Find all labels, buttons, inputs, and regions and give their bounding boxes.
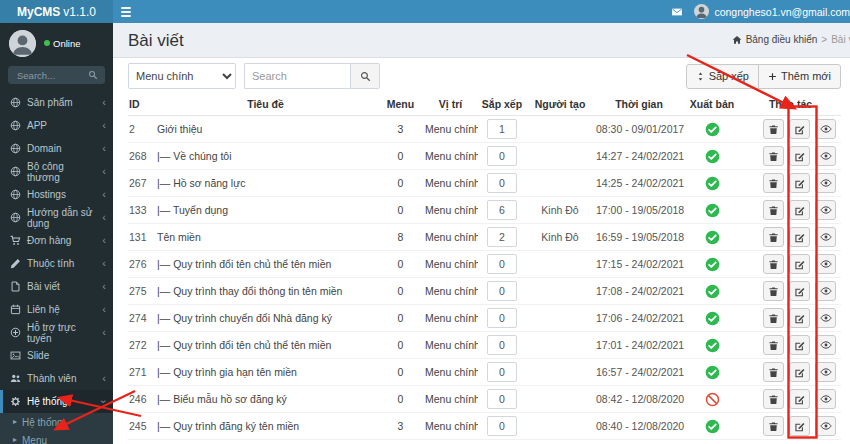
published-check-icon[interactable] bbox=[705, 311, 720, 326]
published-check-icon[interactable] bbox=[705, 122, 720, 137]
edit-button[interactable] bbox=[789, 335, 810, 355]
published-check-icon[interactable] bbox=[705, 149, 720, 164]
view-button[interactable] bbox=[815, 308, 836, 328]
table-row: 267|— Hồ sơ năng lực0Menu chính14:25 - 2… bbox=[128, 170, 841, 197]
delete-button[interactable] bbox=[763, 146, 784, 166]
order-input[interactable] bbox=[487, 227, 517, 247]
order-input[interactable] bbox=[487, 146, 517, 166]
messages-button[interactable] bbox=[671, 6, 683, 18]
sidebar-item-slide[interactable]: Slide bbox=[0, 344, 113, 367]
view-button[interactable] bbox=[815, 173, 836, 193]
sidebar-item-hostings[interactable]: Hostings‹ bbox=[0, 183, 113, 206]
edit-button[interactable] bbox=[789, 254, 810, 274]
sidebar-search-input[interactable] bbox=[15, 69, 88, 82]
order-input[interactable] bbox=[487, 362, 517, 382]
chevron-left-icon: ‹ bbox=[102, 327, 106, 338]
delete-button[interactable] bbox=[763, 254, 784, 274]
sidebar-item-thanh-vien[interactable]: Thành viên‹ bbox=[0, 367, 113, 390]
breadcrumb-home-link[interactable]: Bảng điều khiển bbox=[746, 34, 818, 45]
view-button[interactable] bbox=[815, 146, 836, 166]
delete-button[interactable] bbox=[763, 416, 784, 436]
articles-table-wrap: IDTiêu đềMenuVị tríSắp xếpNgười tạoThời … bbox=[113, 94, 850, 440]
delete-button[interactable] bbox=[763, 200, 784, 220]
sidebar-item-thuoc-tinh[interactable]: Thuộc tính‹ bbox=[0, 252, 113, 275]
search-button[interactable] bbox=[350, 63, 380, 89]
sidebar-item-bai-viet[interactable]: Bài viết‹ bbox=[0, 275, 113, 298]
trash-icon bbox=[768, 394, 779, 405]
sidebar-item-san-pham[interactable]: Sản phẩm‹ bbox=[0, 91, 113, 114]
order-input[interactable] bbox=[487, 335, 517, 355]
edit-button[interactable] bbox=[789, 227, 810, 247]
title-cell: |— Quy trình đổi tên chủ thể tên miền bbox=[153, 332, 378, 359]
order-input[interactable] bbox=[487, 173, 517, 193]
sidebar-item-label: Hệ thống bbox=[27, 396, 68, 407]
edit-button[interactable] bbox=[789, 173, 810, 193]
order-input[interactable] bbox=[487, 308, 517, 328]
order-input[interactable] bbox=[487, 119, 517, 139]
view-button[interactable] bbox=[815, 281, 836, 301]
published-check-icon[interactable] bbox=[705, 176, 720, 191]
published-check-icon[interactable] bbox=[705, 365, 720, 380]
edit-button[interactable] bbox=[789, 146, 810, 166]
edit-button[interactable] bbox=[789, 308, 810, 328]
edit-button[interactable] bbox=[789, 389, 810, 409]
order-input[interactable] bbox=[487, 416, 517, 436]
view-button[interactable] bbox=[815, 389, 836, 409]
order-input[interactable] bbox=[487, 281, 517, 301]
order-input[interactable] bbox=[487, 389, 517, 409]
status-cell bbox=[684, 116, 740, 143]
position-cell: Menu chính bbox=[423, 170, 478, 197]
published-check-icon[interactable] bbox=[705, 338, 720, 353]
view-button[interactable] bbox=[815, 362, 836, 382]
sidebar-item-don-hang[interactable]: Đơn hàng‹ bbox=[0, 229, 113, 252]
view-button[interactable] bbox=[815, 335, 836, 355]
sidebar-item-domain[interactable]: Domain‹ bbox=[0, 137, 113, 160]
view-button[interactable] bbox=[815, 416, 836, 436]
menu-filter-select[interactable]: Menu chính bbox=[128, 63, 236, 89]
unpublished-ban-icon[interactable] bbox=[705, 392, 720, 407]
published-check-icon[interactable] bbox=[705, 230, 720, 245]
edit-button[interactable] bbox=[789, 119, 810, 139]
sidebar-item-app[interactable]: APP‹ bbox=[0, 114, 113, 137]
sidebar-item-he-thong[interactable]: Hệ thống› bbox=[0, 390, 113, 413]
edit-button[interactable] bbox=[789, 200, 810, 220]
delete-button[interactable] bbox=[763, 362, 784, 382]
edit-button[interactable] bbox=[789, 362, 810, 382]
edit-button[interactable] bbox=[789, 281, 810, 301]
sidebar-item-label: Đơn hàng bbox=[27, 235, 71, 246]
time-cell: 16:57 - 24/02/2021 bbox=[594, 359, 684, 386]
sidebar-item-bo-cong-thuong[interactable]: Bộ công thương‹ bbox=[0, 160, 113, 183]
add-new-button[interactable]: Thêm mới bbox=[758, 64, 841, 89]
order-input[interactable] bbox=[487, 254, 517, 274]
delete-button[interactable] bbox=[763, 335, 784, 355]
view-button[interactable] bbox=[815, 254, 836, 274]
sidebar-item-lien-he[interactable]: Liên hệ‹ bbox=[0, 298, 113, 321]
table-search-input[interactable] bbox=[244, 63, 350, 89]
sidebar-item-huong-dan-su-dung[interactable]: Hướng dẫn sử dụng‹ bbox=[0, 206, 113, 229]
brand-logo[interactable]: MyCMS v1.1.0 bbox=[0, 0, 113, 23]
delete-button[interactable] bbox=[763, 173, 784, 193]
delete-button[interactable] bbox=[763, 119, 784, 139]
order-input[interactable] bbox=[487, 200, 517, 220]
sort-button[interactable]: Sắp xếp bbox=[686, 64, 759, 89]
delete-button[interactable] bbox=[763, 281, 784, 301]
top-navbar: MyCMS v1.1.0 congngheso1.vn@gmail.com bbox=[0, 0, 850, 23]
published-check-icon[interactable] bbox=[705, 257, 720, 272]
sidebar-item-ho-tro-truc-tuyen[interactable]: Hỗ trợ trực tuyến‹ bbox=[0, 321, 113, 344]
edit-button[interactable] bbox=[789, 416, 810, 436]
published-check-icon[interactable] bbox=[705, 284, 720, 299]
sidebar-subitem-label: Hệ thống bbox=[22, 417, 63, 428]
view-button[interactable] bbox=[815, 119, 836, 139]
sidebar-toggle-button[interactable] bbox=[113, 0, 139, 23]
sidebar-subitem-he-thong[interactable]: ▸Hệ thống bbox=[0, 413, 113, 431]
sidebar-subitem-menu[interactable]: ▸Menu bbox=[0, 431, 113, 444]
user-menu[interactable]: congngheso1.vn@gmail.com bbox=[694, 4, 850, 19]
view-button[interactable] bbox=[815, 200, 836, 220]
search-icon[interactable] bbox=[88, 70, 98, 80]
view-button[interactable] bbox=[815, 227, 836, 247]
delete-button[interactable] bbox=[763, 389, 784, 409]
published-check-icon[interactable] bbox=[705, 203, 720, 218]
delete-button[interactable] bbox=[763, 227, 784, 247]
published-check-icon[interactable] bbox=[705, 419, 720, 434]
delete-button[interactable] bbox=[763, 308, 784, 328]
